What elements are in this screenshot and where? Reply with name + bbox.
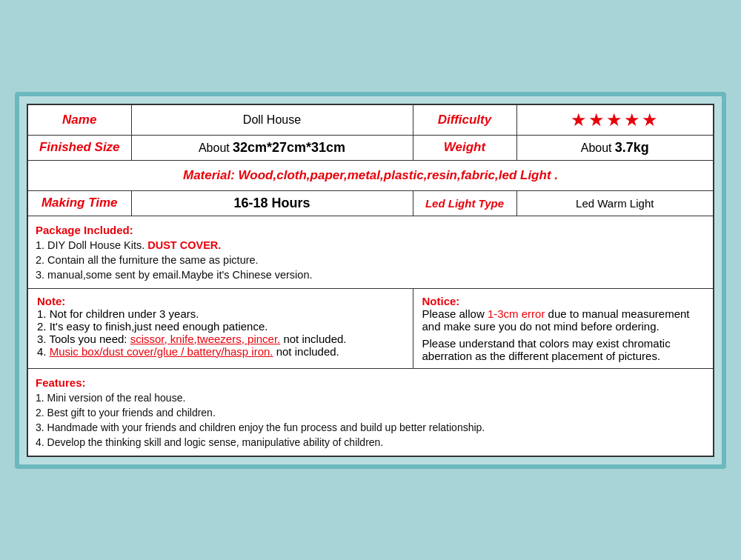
note-item-4: 4. Music box/dust cover/glue / battery/h…: [37, 345, 404, 358]
note-notice-row: Note: 1. Not for children under 3 years.…: [27, 288, 714, 368]
outer-border: Name Doll House Difficulty ★★★★★ Finishe…: [15, 92, 726, 469]
notice-text: Please allow 1-3cm error due to manual m…: [422, 307, 705, 333]
features-item-3: 3. Handmade with your friends and childr…: [36, 421, 705, 433]
difficulty-label: Difficulty: [413, 104, 516, 136]
music-box-link: Music box/dust cover/glue / battery/hasp…: [50, 345, 273, 358]
note-cell: Note: 1. Not for children under 3 years.…: [27, 288, 413, 368]
package-row: Package Included: 1. DIY Doll House Kits…: [27, 216, 714, 288]
notice-text-2: Please understand that colors may exist …: [422, 337, 705, 362]
finished-size-value: About 32cm*27cm*31cm: [131, 135, 413, 160]
name-row: Name Doll House Difficulty ★★★★★: [27, 104, 714, 136]
led-type-value: Led Warm Light: [516, 190, 714, 216]
features-item-1: 1. Mini version of the real house.: [36, 392, 705, 404]
package-item-2: 2. Contain all the furniture the same as…: [36, 254, 705, 266]
size-row: Finished Size About 32cm*27cm*31cm Weigh…: [27, 135, 714, 160]
finished-size-label: Finished Size: [27, 135, 131, 160]
material-row: Material: Wood,cloth,paper,metal,plastic…: [27, 160, 714, 190]
notice-header: Notice:: [422, 295, 705, 307]
features-header: Features:: [36, 376, 705, 389]
tool-link: scissor, knife,tweezers, pincer.: [130, 333, 281, 345]
making-time-label: Making Time: [27, 190, 131, 216]
stars-cell: ★★★★★: [516, 104, 714, 136]
note-item-2: 2. It's easy to finish,just need enough …: [37, 320, 404, 333]
notice-cell: Notice: Please allow 1-3cm error due to …: [413, 288, 714, 368]
package-item-3: 3. manual,some sent by email.Maybe it's …: [36, 269, 705, 281]
material-cell: Material: Wood,cloth,paper,metal,plastic…: [27, 160, 714, 190]
weight-value: About 3.7kg: [516, 135, 714, 160]
weight-label: Weight: [413, 135, 516, 160]
package-cell: Package Included: 1. DIY Doll House Kits…: [27, 216, 714, 288]
features-row: Features: 1. Mini version of the real ho…: [27, 368, 714, 456]
note-item-3: 3. Tools you need: scissor, knife,tweeze…: [37, 333, 404, 345]
features-cell: Features: 1. Mini version of the real ho…: [27, 368, 714, 456]
led-type-label: Led Light Type: [413, 190, 516, 216]
making-time-row: Making Time 16-18 Hours Led Light Type L…: [27, 190, 714, 216]
name-value: Doll House: [131, 104, 413, 136]
package-item-1: 1. DIY Doll House Kits. DUST COVER.: [36, 239, 705, 251]
making-time-value: 16-18 Hours: [131, 190, 413, 216]
features-item-2: 2. Best gift to your friends and childre…: [36, 407, 705, 419]
package-header: Package Included:: [36, 224, 705, 236]
note-header: Note:: [37, 295, 404, 307]
name-label: Name: [27, 104, 131, 136]
features-item-4: 4. Develop the thinking skill and logic …: [36, 436, 705, 448]
note-item-1: 1. Not for children under 3 years.: [37, 307, 404, 320]
info-table: Name Doll House Difficulty ★★★★★ Finishe…: [27, 104, 714, 457]
